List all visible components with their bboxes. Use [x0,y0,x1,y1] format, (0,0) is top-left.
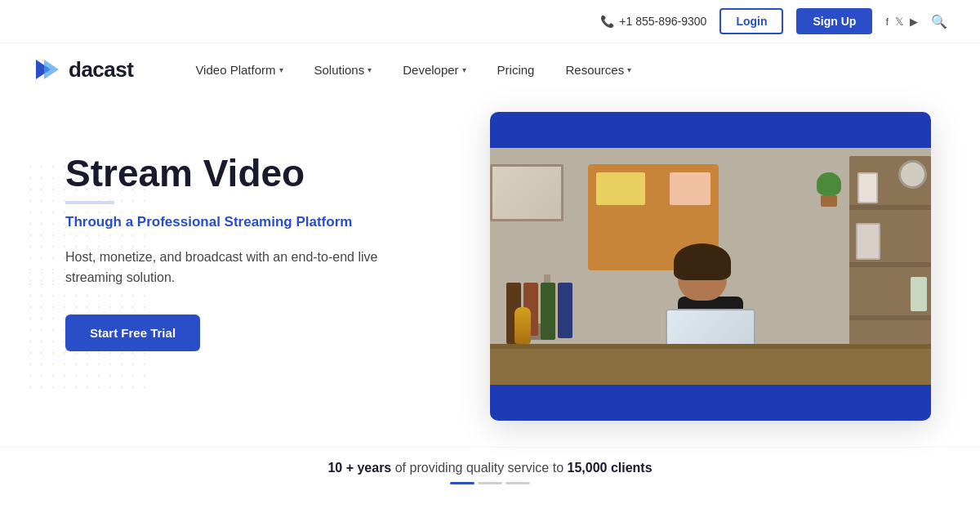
desk [490,344,931,385]
signup-button[interactable]: Sign Up [796,8,872,34]
social-icons: f 𝕏 ▶ [885,16,918,28]
hero-subtitle: Through a Professional Streaming Platfor… [65,214,457,230]
nav-label: Resources [565,63,624,77]
hero-description: Host, monetize, and broadcast with an en… [65,247,408,288]
nav-label: Video Platform [195,63,275,77]
shelf-unit [849,156,931,368]
shelf [849,315,931,320]
youtube-icon[interactable]: ▶ [910,16,918,28]
facebook-icon[interactable]: f [885,16,889,28]
top-bar: 📞 +1 855-896-9300 Login Sign Up f 𝕏 ▶ 🔍 [0,0,980,43]
chevron-down-icon: ▾ [462,65,466,74]
stats-years: 10 + years [327,461,391,475]
nav-label: Solutions [314,63,365,77]
nav-item-resources[interactable]: Resources ▾ [552,56,644,83]
plant-pot [821,195,837,207]
shelf [849,262,931,267]
logo-icon [33,55,62,84]
search-icon[interactable]: 🔍 [931,14,947,29]
start-free-trial-button[interactable]: Start Free Trial [65,314,200,351]
nav-item-video-platform[interactable]: Video Platform ▾ [182,56,296,83]
nav-item-developer[interactable]: Developer ▾ [390,56,479,83]
phone-number: +1 855-896-9300 [619,15,706,28]
vase [514,307,531,344]
video-container [490,112,931,421]
chevron-down-icon: ▾ [368,65,372,74]
plant-leaves [817,172,841,195]
nav-menu: Video Platform ▾ Solutions ▾ Developer ▾… [182,56,644,83]
stats-middle: of providing quality service to [395,461,568,475]
svg-marker-1 [44,60,59,79]
phone-icon: 📞 [600,15,614,28]
login-button[interactable]: Login [719,8,783,34]
nav-item-solutions[interactable]: Solutions ▾ [301,56,385,83]
plant [817,172,841,205]
phone-info: 📞 +1 855-896-9300 [600,15,706,28]
twitter-icon[interactable]: 𝕏 [895,16,903,28]
person-head [678,248,727,301]
stats-underline [33,482,947,484]
video-top-bar [490,112,931,148]
nav-label: Developer [403,63,458,77]
underline-inactive [478,482,502,484]
stats-bar: 10 + years of providing quality service … [0,447,980,497]
chevron-down-icon: ▾ [279,65,283,74]
wall-frame [490,164,564,221]
video-image [490,148,931,385]
hero-video [490,112,947,421]
stats-clients: 15,000 clients [568,461,653,475]
chevron-down-icon: ▾ [627,65,631,74]
hero-section: Stream Video Through a Professional Stre… [0,96,980,447]
nav-label: Pricing [497,63,535,77]
logo[interactable]: dacast [33,55,133,84]
stats-text: 10 + years of providing quality service … [33,461,947,475]
hero-title: Stream Video [65,153,457,204]
navbar: dacast Video Platform ▾ Solutions ▾ Deve… [0,43,980,96]
shelf [849,205,931,210]
video-bottom-bar [490,385,931,421]
video-scene [490,148,931,385]
nav-item-pricing[interactable]: Pricing [484,56,548,83]
underline-inactive [506,482,530,484]
logo-text: dacast [69,57,133,83]
hero-text: Stream Video Through a Professional Stre… [65,120,457,351]
person-hair [674,243,731,280]
underline-active [450,482,474,484]
